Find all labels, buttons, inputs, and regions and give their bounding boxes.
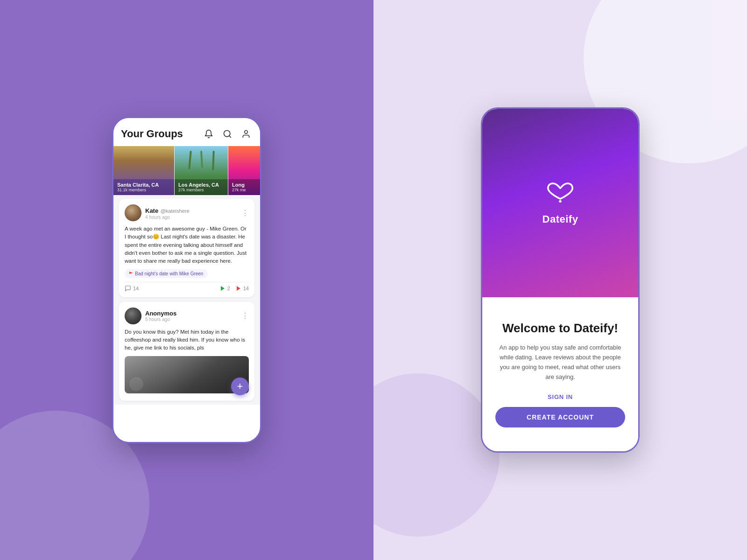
post-menu-anon[interactable]: ⋮ bbox=[241, 311, 249, 320]
post-text-kate: A week ago met an awesome guy - Mike Gre… bbox=[125, 225, 249, 265]
header-icons bbox=[202, 127, 253, 140]
dateify-logo bbox=[544, 180, 577, 208]
svg-line-1 bbox=[229, 136, 231, 138]
group-card-3[interactable]: Long 27k me bbox=[228, 146, 260, 195]
left-phone-mockup: Your Groups bbox=[112, 117, 261, 443]
group-card-2[interactable]: Los Angeles, CA 27k members bbox=[174, 146, 228, 195]
dateify-app-name: Dateify bbox=[543, 213, 578, 225]
right-phone-mockup: Dateify Welcome to Dateify! An app to he… bbox=[481, 107, 640, 453]
post-card-anon: Anonymos 5 hours ago ⋮ Do you know this … bbox=[119, 302, 254, 401]
user-icon[interactable] bbox=[240, 127, 253, 140]
fab-button[interactable]: + bbox=[231, 378, 249, 395]
comment-action[interactable]: 14 bbox=[125, 285, 139, 292]
left-panel: Your Groups bbox=[0, 0, 374, 560]
bell-icon[interactable] bbox=[202, 127, 215, 140]
author-info-anon: Anonymos 5 hours ago bbox=[145, 310, 241, 322]
group-name-3: Long bbox=[232, 182, 260, 188]
groups-carousel: Santa Clarita, CA 31.1k members Los Ange… bbox=[113, 146, 260, 195]
green-flag-count: 2 bbox=[227, 286, 230, 291]
post-menu-kate[interactable]: ⋮ bbox=[241, 209, 249, 217]
author-name-anon: Anonymos bbox=[145, 310, 241, 317]
green-flag-action[interactable]: 2 bbox=[220, 286, 230, 291]
post-card-kate: Kate @kateishere 4 hours ago ⋮ A week ag… bbox=[119, 199, 254, 297]
red-flag-action[interactable]: 14 bbox=[236, 286, 249, 291]
post-time-kate: 4 hours ago bbox=[145, 215, 241, 220]
welcome-desc: An app to help you stay safe and comfort… bbox=[495, 343, 625, 382]
group-name-2: Los Angeles, CA bbox=[178, 182, 225, 188]
groups-title: Your Groups bbox=[121, 128, 202, 140]
dateify-header: Dateify bbox=[482, 109, 638, 297]
avatar-kate bbox=[125, 204, 141, 221]
posts-container: Kate @kateishere 4 hours ago ⋮ A week ag… bbox=[113, 195, 260, 405]
group-members-1: 31.1k members bbox=[117, 188, 170, 192]
svg-marker-4 bbox=[237, 286, 240, 291]
author-handle-kate: @kateishere bbox=[161, 208, 190, 214]
group-members-2: 27k members bbox=[178, 188, 225, 192]
post-text-anon: Do you know this guy? Met him today in t… bbox=[125, 328, 249, 352]
author-name-kate: Kate bbox=[145, 207, 158, 214]
groups-header: Your Groups bbox=[113, 118, 260, 146]
svg-point-5 bbox=[559, 200, 561, 203]
tag-flag-icon bbox=[129, 272, 133, 275]
comment-count: 14 bbox=[133, 286, 139, 291]
author-info-kate: Kate @kateishere 4 hours ago bbox=[145, 206, 241, 220]
avatar-anon bbox=[125, 308, 141, 324]
search-icon[interactable] bbox=[221, 127, 234, 140]
post-author-row-kate: Kate @kateishere 4 hours ago ⋮ bbox=[125, 204, 249, 221]
create-account-button[interactable]: CREATE ACCOUNT bbox=[495, 407, 625, 427]
group-card-1[interactable]: Santa Clarita, CA 31.1k members bbox=[113, 146, 174, 195]
post-author-row-anon: Anonymos 5 hours ago ⋮ bbox=[125, 308, 249, 324]
post-image-anon bbox=[125, 356, 249, 393]
signin-link[interactable]: SIGN IN bbox=[548, 393, 573, 400]
post-tag-kate[interactable]: Bad night's date with Mike Green bbox=[125, 269, 208, 278]
red-flag-count: 14 bbox=[243, 286, 249, 291]
svg-marker-3 bbox=[221, 286, 225, 291]
right-panel: Dateify Welcome to Dateify! An app to he… bbox=[374, 0, 747, 560]
group-members-3: 27k me bbox=[232, 188, 260, 192]
post-actions-kate: 14 2 14 bbox=[125, 282, 249, 292]
group-name-1: Santa Clarita, CA bbox=[117, 182, 170, 188]
post-time-anon: 5 hours ago bbox=[145, 317, 241, 322]
welcome-title: Welcome to Dateify! bbox=[502, 321, 618, 336]
svg-point-2 bbox=[245, 131, 248, 134]
dateify-welcome-section: Welcome to Dateify! An app to help you s… bbox=[482, 297, 638, 451]
